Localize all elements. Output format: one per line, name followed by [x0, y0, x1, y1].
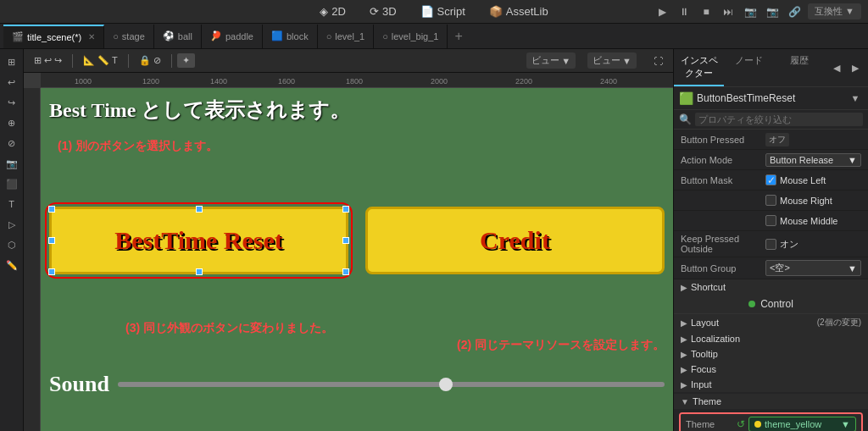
toolbar-play[interactable]: ▷	[3, 215, 21, 234]
canvas-content[interactable]: Best Time として表示されます。 (1) 別のボタンを選択します。	[41, 88, 673, 431]
inspector-tab-node[interactable]: ノード	[724, 49, 774, 86]
view2-dropdown[interactable]: ビュー ▼	[587, 52, 637, 69]
tab-paddle[interactable]: 🏓 paddle	[202, 25, 263, 48]
menu-2d-label: 2D	[331, 5, 346, 18]
keep-pressed-checkbox[interactable]	[765, 239, 776, 250]
tab-block[interactable]: 🟦 block	[263, 25, 318, 48]
node-settings-button[interactable]: ▼	[848, 91, 863, 106]
toolbar-shape[interactable]: ⬡	[3, 235, 21, 254]
mouse-right-checkbox[interactable]	[765, 195, 776, 206]
localization-section[interactable]: ▶ Localization	[674, 331, 868, 346]
view-dropdown[interactable]: ビュー ▼	[526, 52, 576, 69]
handle-tl[interactable]	[48, 206, 55, 213]
inspector-tab-history[interactable]: 履歴	[774, 49, 824, 86]
handle-bl[interactable]	[48, 268, 55, 275]
credit-button[interactable]: Credit	[365, 207, 665, 274]
tab-level1[interactable]: ○ level_1	[318, 25, 375, 48]
handle-bc[interactable]	[196, 268, 203, 275]
filter-icon: 🔍	[679, 113, 692, 125]
control-dot	[748, 301, 755, 307]
link-button[interactable]: 🔗	[786, 3, 803, 20]
menu-script[interactable]: 📄 Script	[415, 3, 470, 19]
tab-icon-paddle: 🏓	[210, 30, 222, 41]
mouse-right-label: Mouse Right	[780, 196, 832, 206]
tab-icon-level1: ○	[326, 31, 332, 41]
inspector-tab-actions: ◀ ▶	[824, 57, 868, 79]
menu-3d[interactable]: ⟳ 3D	[364, 3, 402, 19]
besttime-reset-button[interactable]: BestTime Reset	[49, 207, 348, 274]
layout-chevron: ▶	[681, 318, 687, 328]
sound-row: Sound	[49, 372, 665, 397]
inspector-tab-bar: インスペクター ノード 履歴 ◀ ▶	[674, 49, 868, 87]
tab-level-big1[interactable]: ○ level_big_1	[374, 25, 448, 48]
vt-transform[interactable]: ⊞ ↩ ↪	[29, 53, 67, 68]
compat-button[interactable]: 互換性 ▼	[808, 3, 861, 19]
tab-icon-title-scene: 🎬	[12, 31, 24, 42]
toolbar-redo[interactable]: ↪	[3, 93, 21, 112]
toolbar-move[interactable]: ⊞	[3, 52, 21, 71]
step-button[interactable]: ⏭	[720, 3, 737, 20]
vt-lock[interactable]: 🔒 ⊘	[134, 53, 166, 68]
tab-icon-block: 🟦	[271, 30, 283, 41]
toolbar-add[interactable]: ⊕	[3, 113, 21, 132]
expand-button[interactable]: ⛶	[648, 54, 668, 68]
inspector-filter: 🔍	[674, 110, 868, 130]
inspector-next-button[interactable]: ▶	[848, 60, 863, 75]
menu-2d[interactable]: ◈ 2D	[314, 3, 351, 19]
tab-stage[interactable]: ○ stage	[104, 25, 154, 48]
toolbar-pencil[interactable]: ✏️	[3, 256, 21, 274]
input-section[interactable]: ▶ Input	[674, 377, 868, 392]
toolbar-text[interactable]: T	[3, 195, 21, 213]
play-button[interactable]: ▶	[654, 3, 670, 20]
tab-ball[interactable]: ⚽ ball	[154, 25, 202, 48]
slider-track[interactable]	[118, 382, 665, 387]
shortcut-section[interactable]: ▶ Shortcut	[674, 279, 868, 295]
handle-mr[interactable]	[342, 237, 349, 244]
tab-label-level-big1: level_big_1	[392, 31, 439, 41]
pause-button[interactable]: ⏸	[676, 3, 693, 20]
handle-br[interactable]	[342, 268, 349, 275]
prop-val-button-group[interactable]: <空> ▼	[765, 260, 861, 276]
toolbar-camera[interactable]: 📷	[3, 154, 21, 173]
tab-add-button[interactable]: +	[448, 29, 469, 44]
mouse-left-label: Mouse Left	[780, 175, 826, 185]
camera1-button[interactable]: 📷	[742, 3, 759, 20]
menu-assetlib[interactable]: 📦 AssetLib	[484, 3, 554, 19]
tab-label-paddle: paddle	[225, 31, 253, 41]
slider-thumb[interactable]	[439, 378, 453, 391]
ruler-vertical	[24, 88, 41, 431]
filter-input[interactable]	[695, 113, 863, 126]
prop-val-action-mode[interactable]: Button Release ▼	[765, 153, 861, 167]
layout-section[interactable]: ▶ Layout (2個の変更)	[674, 314, 868, 331]
mouse-middle-label: Mouse Middle	[780, 216, 837, 226]
inspector-body: Button Pressed オフ Action Mode Button Rel…	[674, 130, 868, 431]
instruction-1: (1) 別のボタンを選択します。	[58, 139, 218, 154]
vt-select[interactable]: ✦	[177, 53, 195, 68]
tab-title-scene[interactable]: 🎬 title_scene(*) ✕	[3, 25, 104, 48]
tooltip-section[interactable]: ▶ Tooltip	[674, 346, 868, 362]
mouse-middle-checkbox[interactable]	[765, 215, 776, 226]
toolbar-undo[interactable]: ↩	[3, 73, 21, 91]
theme-value-button[interactable]: theme_yellow ▼	[748, 417, 856, 431]
stop-button[interactable]: ■	[698, 3, 715, 20]
theme-reset-icon[interactable]: ↺	[737, 418, 745, 430]
action-mode-value: Button Release	[770, 155, 833, 165]
toolbar-rect[interactable]: ⬛	[3, 174, 21, 193]
toolbar-remove[interactable]: ⊘	[3, 134, 21, 152]
focus-section[interactable]: ▶ Focus	[674, 362, 868, 377]
handle-tc[interactable]	[196, 206, 203, 213]
prop-action-mode: Action Mode Button Release ▼	[674, 150, 868, 170]
vt-snap[interactable]: 📐 📏 T	[78, 53, 123, 68]
action-mode-dropdown[interactable]: Button Release ▼	[765, 153, 861, 167]
theme-section-header[interactable]: ▼ Theme	[674, 394, 868, 409]
tab-close-title-scene[interactable]: ✕	[88, 32, 95, 41]
handle-ml[interactable]	[48, 237, 55, 244]
3d-icon: ⟳	[370, 5, 379, 18]
node-icon: 🟩	[679, 91, 693, 105]
camera2-button[interactable]: 📷	[764, 3, 781, 20]
inspector-tab-inspector[interactable]: インスペクター	[674, 49, 724, 86]
button-group-dropdown[interactable]: <空> ▼	[765, 260, 861, 276]
mouse-left-checkbox[interactable]: ✓	[765, 174, 776, 185]
inspector-prev-button[interactable]: ◀	[829, 60, 844, 75]
handle-tr[interactable]	[342, 206, 349, 213]
